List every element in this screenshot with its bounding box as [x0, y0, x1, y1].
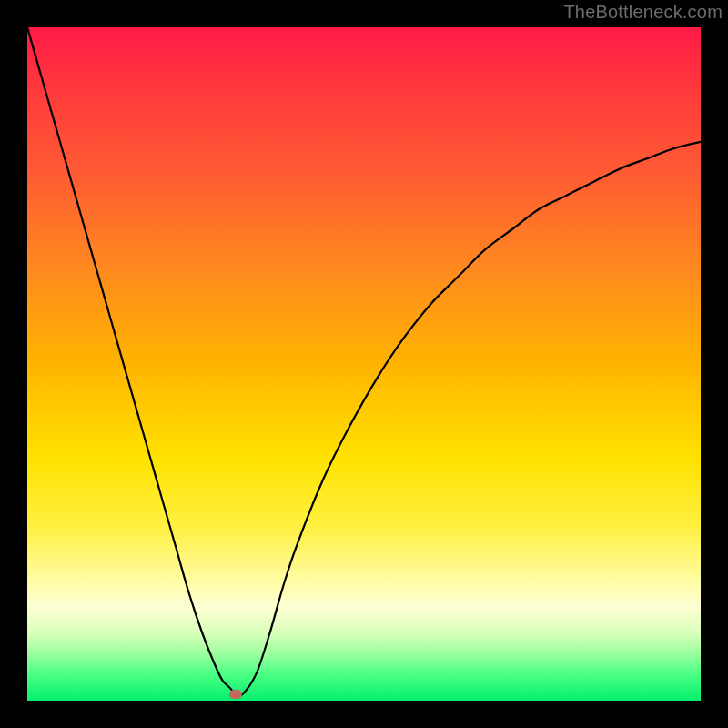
watermark-text: TheBottleneck.com — [563, 2, 723, 23]
bottleneck-curve — [27, 27, 701, 701]
plot-area — [27, 27, 701, 701]
chart-frame: TheBottleneck.com — [0, 0, 728, 728]
min-point-marker — [229, 690, 242, 699]
